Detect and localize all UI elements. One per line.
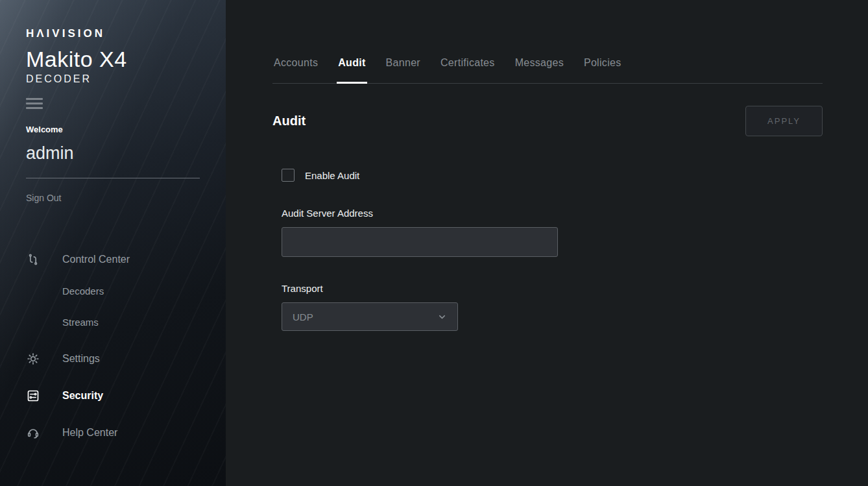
product-subtitle: DECODER [26,73,226,85]
gear-icon [26,352,40,365]
server-address-label: Audit Server Address [282,208,823,219]
sidebar-item-label: Control Center [62,254,130,265]
headset-icon [26,426,40,439]
app-root: HΛIVISION Makito X4 DECODER Welcome admi… [0,0,868,486]
transport-selected-value: UDP [293,311,313,322]
sidebar-item-label: Decoders [62,286,104,297]
sidebar-item-help-center[interactable]: Help Center [26,417,226,448]
tab-banner[interactable]: Banner [385,57,422,84]
enable-audit-row: Enable Audit [282,169,823,182]
welcome-label: Welcome [26,125,226,134]
sidebar-divider [26,178,200,178]
sidebar-item-label: Help Center [62,427,117,439]
sidebar-item-label: Streams [62,317,99,328]
server-address-input[interactable] [282,227,558,257]
sidebar-item-settings[interactable]: Settings [26,343,226,374]
sidebar-item-control-center[interactable]: Control Center [26,244,226,275]
enable-audit-label: Enable Audit [305,170,359,181]
menu-toggle-icon[interactable] [26,98,43,109]
audit-form: Enable Audit Audit Server Address Transp… [272,169,823,331]
server-address-field: Audit Server Address [282,208,823,257]
sidebar-item-decoders[interactable]: Decoders [26,275,226,306]
sidebar-item-label: Settings [62,353,100,365]
tab-policies[interactable]: Policies [583,57,623,84]
sidebar-item-security[interactable]: Security [26,380,226,411]
enable-audit-checkbox[interactable] [282,169,295,182]
tab-messages[interactable]: Messages [514,57,565,84]
tab-bar: Accounts Audit Banner Certificates Messa… [272,57,823,84]
transport-select[interactable]: UDP [282,302,458,331]
sidebar-nav: Control Center Decoders Streams Settings [26,244,226,448]
transport-field: Transport UDP [282,283,823,331]
control-center-icon [26,253,40,266]
security-icon [26,389,40,402]
transport-label: Transport [282,283,823,294]
sign-out-link[interactable]: Sign Out [26,193,61,203]
tab-certificates[interactable]: Certificates [439,57,496,84]
page-title: Audit [272,114,306,128]
sidebar-item-label: Security [62,390,103,402]
page-header: Audit APPLY [272,106,823,136]
sidebar-item-streams[interactable]: Streams [26,306,226,337]
username: admin [26,143,226,164]
main-content: Accounts Audit Banner Certificates Messa… [226,0,868,486]
tab-audit[interactable]: Audit [337,57,367,84]
product-name: Makito X4 [26,47,226,72]
apply-button[interactable]: APPLY [745,106,823,136]
chevron-down-icon [437,312,447,322]
tab-accounts[interactable]: Accounts [272,57,319,84]
sidebar: HΛIVISION Makito X4 DECODER Welcome admi… [0,0,226,486]
brand-logo: HΛIVISION [26,27,226,40]
